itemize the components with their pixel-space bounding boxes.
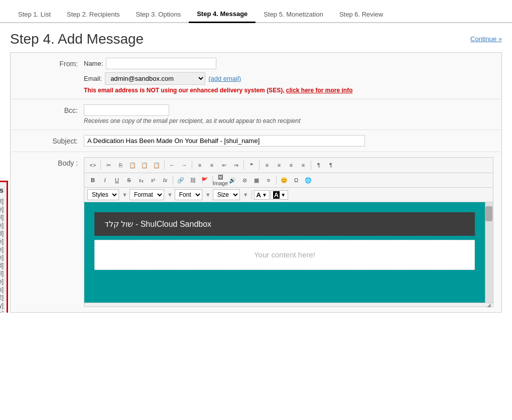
superscript-btn[interactable]: x² [148, 175, 159, 186]
tag-dedication-message[interactable]: [dedication_message] [0, 221, 4, 229]
smiley-btn[interactable]: 😊 [279, 175, 290, 186]
warning-text: This email address is NOT using our enha… [84, 87, 493, 94]
tag-amount[interactable]: [amount] [0, 197, 4, 205]
body-row: Body : <> ✂ ⎘ 📋 📋 📋 ← → ≡ ≡ [11, 152, 501, 312]
continue-link[interactable]: Continue » [470, 35, 502, 43]
tag-donor-display-name[interactable]: [donor_display_name] [0, 253, 4, 261]
editor-scrollbar[interactable] [485, 202, 493, 303]
editor-content-area: שול קלד - ShulCloud Sandbox Your content… [84, 202, 493, 303]
email-header-bar: שול קלד - ShulCloud Sandbox [94, 212, 475, 236]
sep6 [311, 161, 311, 170]
source-btn[interactable]: <> [87, 160, 98, 171]
nav-step3[interactable]: Step 3. Options [128, 7, 189, 22]
unlink-btn[interactable]: ⛓ [187, 175, 198, 186]
text-color-btn[interactable]: A ▼ [254, 190, 270, 200]
link-btn[interactable]: 🔗 [175, 175, 186, 186]
subscript-btn[interactable]: x₂ [136, 175, 147, 186]
anchor-btn[interactable]: 🚩 [199, 175, 210, 186]
align-center-btn[interactable]: ≡ [274, 160, 285, 171]
align-right-btn[interactable]: ≡ [286, 160, 297, 171]
email-select[interactable]: admin@sandbox.com [105, 72, 205, 85]
nav-step2[interactable]: Step 2. Recipients [59, 7, 128, 22]
indent-btn[interactable]: ⇒ [230, 160, 241, 171]
paragraph-btn[interactable]: ¶ [313, 160, 324, 171]
nav-step5[interactable]: Step 5. Monetization [255, 7, 331, 22]
content-placeholder: Your content here! [254, 250, 315, 259]
undo-btn[interactable]: ← [167, 160, 178, 171]
editor-wrapper: <> ✂ ⎘ 📋 📋 📋 ← → ≡ ≡ ⇐ ⇒ ❝ [84, 157, 493, 307]
outdent-btn[interactable]: ⇐ [218, 160, 229, 171]
hline-btn[interactable]: ≡ [263, 175, 274, 186]
add-email-link[interactable]: (add email) [208, 75, 241, 82]
strikethrough-btn[interactable]: S [123, 175, 135, 186]
blockquote-btn[interactable]: ❝ [246, 160, 257, 171]
italic-btn[interactable]: I [99, 175, 110, 186]
text-color-icon: A [257, 191, 261, 199]
tag-donor-address[interactable]: [donor_address] [0, 286, 4, 294]
unordered-list-btn[interactable]: ≡ [206, 160, 217, 171]
bg-color-btn[interactable]: A ▼ [271, 190, 288, 200]
image-btn[interactable]: 🖼 Image [215, 175, 226, 186]
nav-step1[interactable]: Step 1. List [10, 7, 59, 22]
redo-btn[interactable]: → [179, 160, 190, 171]
dedication-tags-panel: Dedication Tags [amount] [charge_type] [… [0, 181, 8, 313]
special-char-btn[interactable]: Ω [291, 175, 302, 186]
tag-donor-phone[interactable]: [donor_phone] [0, 277, 4, 286]
bcc-row: Bcc: Receives one copy of the email per … [11, 99, 501, 130]
table-btn[interactable]: ▦ [251, 175, 262, 186]
bg-color-arrow: ▼ [281, 192, 286, 198]
tag-charge-type[interactable]: [charge_type] [0, 205, 4, 213]
from-field: Name: Email: admin@sandbox.com (add emai… [84, 58, 493, 94]
tag-donor-email[interactable]: [donor_email] [0, 269, 4, 277]
tag-dedication-id[interactable]: [dedication_id] [0, 229, 4, 237]
nav-step4[interactable]: Step 4. Message [189, 6, 255, 23]
bcc-input[interactable] [84, 104, 169, 116]
tag-currency-symbol[interactable]: [currency_symbol] [0, 213, 4, 221]
page-title: Step 4. Add Message [10, 31, 144, 47]
nav-step6[interactable]: Step 6. Review [331, 7, 391, 22]
editor-resize-handle[interactable]: ◢ [84, 303, 493, 307]
copy-btn[interactable]: ⎘ [115, 160, 126, 171]
sep4 [243, 161, 244, 170]
font-select[interactable]: Font [175, 189, 202, 200]
tag-donor-city[interactable]: [donor_city] [0, 302, 4, 310]
tag-donor-account-id[interactable]: [donor_account_id] [0, 261, 4, 269]
align-justify-btn[interactable]: ≡ [298, 160, 309, 171]
warning-link[interactable]: click here for more info [286, 87, 353, 94]
paste-text-btn[interactable]: 📋 [139, 160, 150, 171]
bcc-hint: Receives one copy of the email per recip… [84, 117, 493, 124]
iframe-btn[interactable]: 🌐 [303, 175, 314, 186]
toolbar-row1: <> ✂ ⎘ 📋 📋 📋 ← → ≡ ≡ ⇐ ⇒ ❝ [84, 158, 493, 173]
flash-btn[interactable]: ⊘ [239, 175, 250, 186]
tag-donor-address2[interactable]: [donor_address2] [0, 294, 4, 302]
bold-btn[interactable]: B [87, 175, 98, 186]
size-select[interactable]: Size [213, 189, 240, 200]
tag-donor-state[interactable]: [donor_state] [0, 310, 4, 313]
from-label: From: [19, 58, 84, 68]
styles-select[interactable]: Styles [87, 189, 119, 200]
email-content-area[interactable]: Your content here! [94, 240, 475, 270]
subject-input[interactable] [84, 135, 365, 147]
sep9 [276, 176, 277, 185]
paragraph-rtl-btn[interactable]: ¶ [325, 160, 336, 171]
remove-format-btn[interactable]: Ix [160, 175, 171, 186]
tag-date[interactable]: [date] [0, 245, 4, 253]
name-input[interactable] [106, 58, 216, 69]
ordered-list-btn[interactable]: ≡ [194, 160, 205, 171]
paste-btn[interactable]: 📋 [127, 160, 138, 171]
align-left-btn[interactable]: ≡ [262, 160, 273, 171]
format-select[interactable]: Format [130, 189, 164, 200]
subject-field [84, 135, 493, 147]
paste-word-btn[interactable]: 📋 [151, 160, 162, 171]
bg-color-icon: A [273, 191, 280, 199]
sep1 [100, 161, 101, 170]
toolbar-row3: Styles ▼ Format ▼ Font ▼ Size ▼ A ▼ A [84, 188, 493, 202]
email-header-text: שול קלד - ShulCloud Sandbox [104, 219, 211, 229]
tag-dedication-type[interactable]: [dedication_type] [0, 237, 4, 245]
subject-row: Subject: [11, 130, 501, 152]
bcc-field: Receives one copy of the email per recip… [84, 104, 493, 124]
sep3 [192, 161, 192, 170]
cut-btn[interactable]: ✂ [103, 160, 114, 171]
underline-btn[interactable]: U [111, 175, 122, 186]
audio-btn[interactable]: 🔊 [227, 175, 238, 186]
